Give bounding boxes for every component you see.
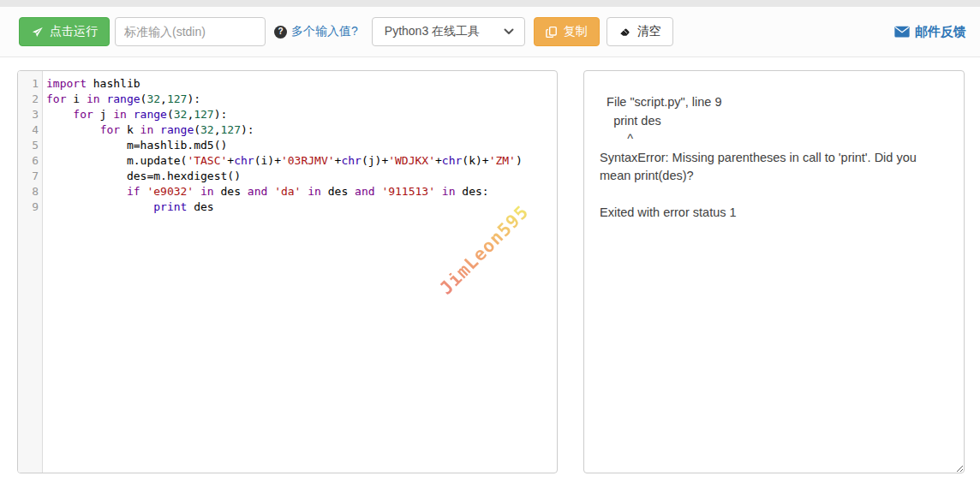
watermark: JimLeon595 [438, 203, 531, 296]
eraser-icon [618, 26, 631, 38]
email-feedback-label: 邮件反馈 [915, 24, 966, 40]
code-line: des=m.hexdigest() [46, 169, 557, 184]
code-line: import hashlib [46, 76, 557, 92]
code-line: if 'e9032' in des and 'da' in des and '9… [46, 184, 557, 199]
copy-button[interactable]: 复制 [534, 17, 600, 46]
line-number: 5 [18, 138, 39, 153]
code-area[interactable]: import hashlibfor i in range(32,127): fo… [43, 71, 557, 473]
envelope-icon [894, 26, 910, 38]
multi-input-link[interactable]: ? 多个输入值? [274, 24, 358, 39]
line-number: 9 [18, 199, 39, 215]
copy-button-label: 复制 [564, 24, 588, 39]
line-number: 3 [18, 107, 39, 122]
chevron-down-icon [504, 28, 514, 35]
email-feedback-link[interactable]: 邮件反馈 [894, 24, 966, 40]
code-line: for j in range(32,127): [46, 107, 557, 122]
language-select-value: Python3 在线工具 [385, 24, 504, 39]
stdin-input[interactable] [115, 17, 266, 46]
code-lines: import hashlibfor i in range(32,127): fo… [46, 76, 557, 215]
line-number: 2 [18, 92, 39, 107]
code-line: m=hashlib.md5() [46, 138, 557, 153]
toolbar: 点击运行 ? 多个输入值? Python3 在线工具 复制 清 [0, 7, 980, 57]
run-button[interactable]: 点击运行 [19, 17, 110, 46]
clear-button[interactable]: 清空 [607, 17, 673, 46]
code-line: for i in range(32,127): [46, 92, 557, 107]
multi-input-label: 多个输入值? [291, 24, 358, 39]
clear-button-label: 清空 [637, 24, 661, 39]
gutter: 123456789 [18, 71, 43, 473]
copy-icon [546, 26, 558, 39]
question-circle-icon: ? [274, 26, 287, 39]
line-number: 1 [18, 76, 39, 92]
code-line: for k in range(32,127): [46, 122, 557, 138]
output-area[interactable]: File "script.py", line 9 print des ^ Syn… [583, 70, 965, 473]
line-number: 4 [18, 122, 39, 138]
run-button-label: 点击运行 [50, 24, 98, 39]
code-line: print des [46, 199, 557, 215]
code-editor-panel: 123456789 import hashlibfor i in range(3… [17, 70, 558, 473]
send-icon [31, 26, 44, 39]
line-number: 8 [18, 184, 39, 199]
line-number: 7 [18, 169, 39, 184]
top-strip [0, 0, 980, 7]
code-line: m.update('TASC'+chr(i)+'03RJMV'+chr(j)+'… [46, 153, 557, 169]
language-select[interactable]: Python3 在线工具 [372, 17, 525, 46]
line-number: 6 [18, 153, 39, 169]
